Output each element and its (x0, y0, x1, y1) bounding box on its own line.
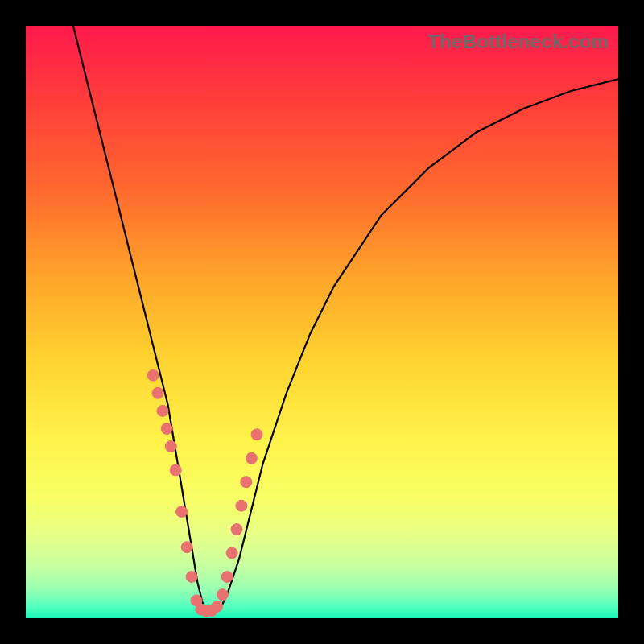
marker-dot (157, 405, 168, 416)
marker-dot (236, 500, 247, 511)
plot-area: TheBottleneck.com (26, 26, 618, 618)
marker-dot (251, 429, 262, 440)
marker-dot (212, 601, 223, 612)
marker-dot (241, 477, 252, 488)
marker-dot (161, 423, 172, 435)
marker-dot (165, 441, 176, 452)
marker-dot (231, 524, 242, 535)
bottleneck-chart (26, 26, 618, 618)
marker-dot (186, 572, 197, 583)
marker-dot (176, 506, 188, 518)
marker-dot (217, 589, 228, 601)
marker-dot (181, 542, 192, 553)
marker-dots-group (147, 369, 262, 617)
marker-dot (226, 547, 237, 559)
bottleneck-curve (73, 26, 618, 613)
marker-dot (246, 452, 257, 464)
marker-dot (170, 464, 181, 476)
marker-dot (221, 572, 233, 583)
marker-dot (152, 387, 163, 398)
marker-dot (147, 369, 159, 381)
